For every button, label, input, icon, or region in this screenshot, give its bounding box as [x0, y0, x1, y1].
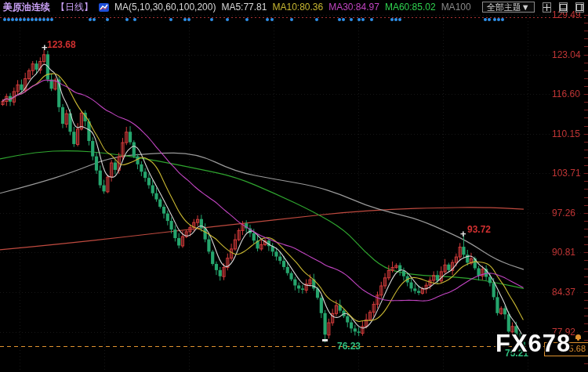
extreme-marker: +: [460, 231, 466, 237]
ma30-value: MA30:84.97: [328, 2, 379, 13]
chart-window: 美原油连续 【日线】 MA(5,10,30,60,100,200) MA5:77…: [0, 0, 588, 372]
y-axis-label: 103.71: [552, 168, 581, 179]
extreme-marker: +: [42, 45, 48, 51]
crosshair-icon[interactable]: [543, 2, 551, 13]
ma5-value: MA5:77.81: [221, 2, 267, 13]
theme-dropdown[interactable]: 全部主题▼: [482, 2, 535, 13]
extreme-marker: [322, 339, 328, 341]
annotation-low-mid: 76.23: [337, 341, 361, 352]
y-axis-label: 123.04: [552, 49, 581, 60]
y-axis-label: 84.37: [552, 287, 575, 298]
annotation-high-right: 93.72: [467, 224, 491, 235]
y-axis-label: 97.26: [552, 208, 575, 219]
chart-header: 美原油连续 【日线】 MA(5,10,30,60,100,200) MA5:77…: [0, 0, 588, 14]
ma10-value: MA10:80.36: [272, 2, 323, 13]
pane-right-icon[interactable]: [575, 2, 584, 13]
candlestick-chart[interactable]: [0, 0, 588, 372]
pane-bottom-icon[interactable]: [559, 2, 568, 13]
chart-icon[interactable]: [99, 3, 109, 12]
alert-bell-icon[interactable]: [575, 334, 582, 341]
ma60-value: MA60:85.02: [385, 2, 436, 13]
period-label[interactable]: 【日线】: [56, 1, 93, 14]
ma100-label: MA100: [441, 2, 471, 13]
ma-params-label: MA(5,10,30,60,100,200): [114, 2, 216, 13]
symbol-name[interactable]: 美原油连续: [3, 1, 50, 14]
y-axis-label: 90.81: [552, 247, 575, 258]
fx678-watermark: FX678: [495, 330, 571, 358]
y-axis-label: 116.60: [552, 88, 580, 99]
annotation-high-left: 123.68: [47, 39, 76, 50]
y-axis-label: 110.15: [552, 128, 580, 139]
